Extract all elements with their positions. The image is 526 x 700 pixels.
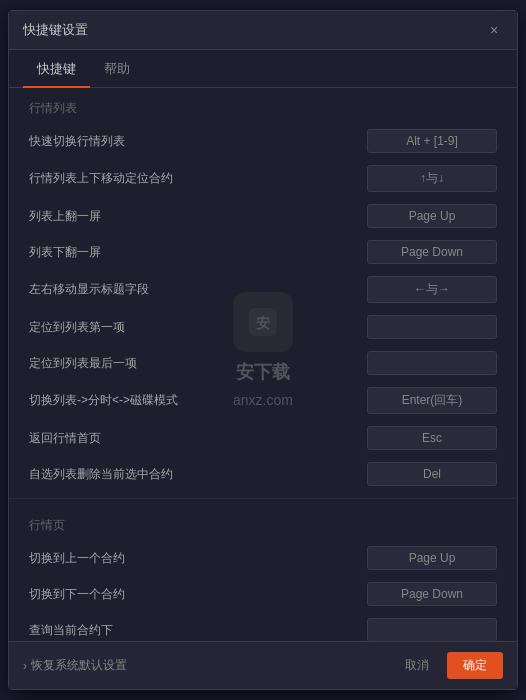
- shortcut-label: 返回行情首页: [29, 430, 367, 447]
- shortcut-value: [367, 351, 497, 375]
- shortcut-label: 切换到下一个合约: [29, 586, 367, 603]
- shortcut-value: Enter(回车): [367, 387, 497, 414]
- shortcut-row: 查询当前合约下: [9, 612, 517, 641]
- shortcut-label: 查询当前合约下: [29, 622, 367, 639]
- shortcut-value: Page Down: [367, 240, 497, 264]
- shortcut-row: 列表下翻一屏 Page Down: [9, 234, 517, 270]
- shortcut-value: Alt + [1-9]: [367, 129, 497, 153]
- content-area[interactable]: 行情列表 快速切换行情列表 Alt + [1-9] 行情列表上下移动定位合约 ↑…: [9, 88, 517, 641]
- shortcut-row: 定位到列表最后一项: [9, 345, 517, 381]
- shortcut-label: 列表上翻一屏: [29, 208, 367, 225]
- tab-shortcuts[interactable]: 快捷键: [23, 50, 90, 88]
- shortcut-row: 切换列表->分时<->磁碟模式 Enter(回车): [9, 381, 517, 420]
- shortcut-row: 切换到下一个合约 Page Down: [9, 576, 517, 612]
- shortcut-row: 返回行情首页 Esc: [9, 420, 517, 456]
- shortcut-label: 定位到列表第一项: [29, 319, 367, 336]
- shortcut-value: ←与→: [367, 276, 497, 303]
- section-divider: [9, 498, 517, 499]
- dialog-title: 快捷键设置: [23, 21, 88, 39]
- shortcut-row: 切换到上一个合约 Page Up: [9, 540, 517, 576]
- confirm-button[interactable]: 确定: [447, 652, 503, 679]
- restore-label: 恢复系统默认设置: [31, 657, 127, 674]
- shortcut-label: 列表下翻一屏: [29, 244, 367, 261]
- shortcut-row: 自选列表删除当前选中合约 Del: [9, 456, 517, 492]
- bottom-bar: › 恢复系统默认设置 取消 确定: [9, 641, 517, 689]
- shortcut-value: [367, 618, 497, 641]
- shortcut-row: 快速切换行情列表 Alt + [1-9]: [9, 123, 517, 159]
- shortcut-row: 列表上翻一屏 Page Up: [9, 198, 517, 234]
- shortcut-label: 左右移动显示标题字段: [29, 281, 367, 298]
- dialog: 快捷键设置 × 快捷键 帮助 行情列表 快速切换行情列表 Alt + [1-9]…: [8, 10, 518, 690]
- tab-help[interactable]: 帮助: [90, 50, 144, 88]
- bottom-right-buttons: 取消 确定: [395, 652, 503, 679]
- shortcut-value: Page Up: [367, 204, 497, 228]
- close-button[interactable]: ×: [485, 21, 503, 39]
- restore-defaults-button[interactable]: › 恢复系统默认设置: [23, 657, 127, 674]
- shortcut-label: 快速切换行情列表: [29, 133, 367, 150]
- shortcut-label: 自选列表删除当前选中合约: [29, 466, 367, 483]
- shortcut-value: Esc: [367, 426, 497, 450]
- shortcut-value: Page Down: [367, 582, 497, 606]
- shortcut-value: Page Up: [367, 546, 497, 570]
- shortcut-value: ↑与↓: [367, 165, 497, 192]
- shortcut-row: 定位到列表第一项: [9, 309, 517, 345]
- section-header-market-list: 行情列表: [9, 88, 517, 123]
- shortcut-value: Del: [367, 462, 497, 486]
- title-bar: 快捷键设置 ×: [9, 11, 517, 50]
- shortcut-label: 切换列表->分时<->磁碟模式: [29, 392, 367, 409]
- shortcut-label: 行情列表上下移动定位合约: [29, 170, 367, 187]
- restore-icon: ›: [23, 659, 27, 673]
- shortcut-row: 行情列表上下移动定位合约 ↑与↓: [9, 159, 517, 198]
- cancel-button[interactable]: 取消: [395, 652, 439, 679]
- shortcut-value: [367, 315, 497, 339]
- shortcut-row: 左右移动显示标题字段 ←与→: [9, 270, 517, 309]
- tab-bar: 快捷键 帮助: [9, 50, 517, 88]
- shortcut-label: 定位到列表最后一项: [29, 355, 367, 372]
- section-header-market-page: 行情页: [9, 505, 517, 540]
- shortcut-label: 切换到上一个合约: [29, 550, 367, 567]
